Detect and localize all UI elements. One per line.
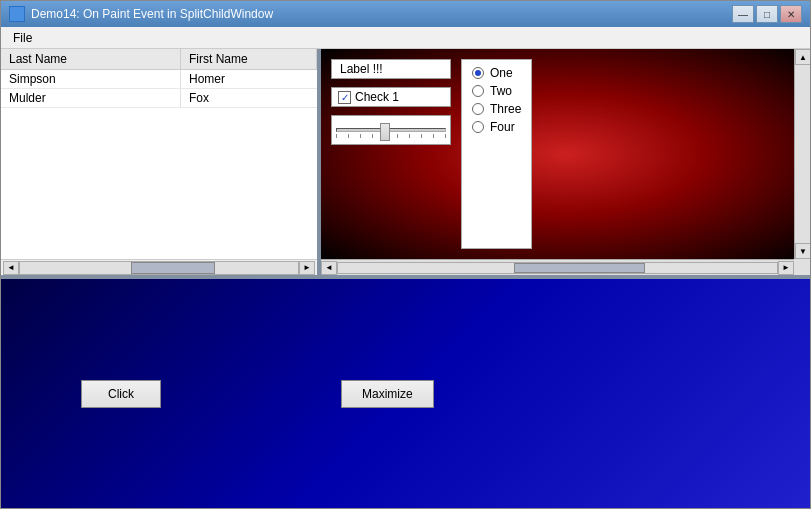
list-view: Last Name First Name Simpson Homer Mulde…: [1, 49, 317, 259]
radio-label-two: Two: [490, 84, 512, 98]
tick: [372, 134, 373, 138]
cell-firstname-1: Fox: [181, 89, 317, 107]
list-body: Simpson Homer Mulder Fox: [1, 70, 317, 108]
hscroll-left-button[interactable]: ◄: [321, 261, 337, 275]
hscroll-right-button[interactable]: ►: [778, 261, 794, 275]
vscroll-down-button[interactable]: ▼: [795, 243, 810, 259]
radio-item-three[interactable]: Three: [472, 102, 521, 116]
title-bar: Demo14: On Paint Event in SplitChildWind…: [1, 1, 810, 27]
right-hscrollbar-track[interactable]: [337, 262, 778, 274]
maximize-action-button[interactable]: Maximize: [341, 380, 434, 408]
checkbox-label: Check 1: [355, 90, 399, 104]
tick: [445, 134, 446, 138]
radio-circle-one[interactable]: [472, 67, 484, 79]
controls-area: Label !!! ✓ Check 1: [321, 49, 794, 259]
right-panel: Label !!! ✓ Check 1: [321, 49, 810, 275]
label-control: Label !!!: [331, 59, 451, 79]
checkbox-box[interactable]: ✓: [338, 91, 351, 104]
tick: [348, 134, 349, 138]
title-bar-left: Demo14: On Paint Event in SplitChildWind…: [9, 6, 273, 22]
radio-item-two[interactable]: Two: [472, 84, 521, 98]
radio-circle-two[interactable]: [472, 85, 484, 97]
radio-label-four: Four: [490, 120, 515, 134]
app-icon: [9, 6, 25, 22]
minimize-button[interactable]: —: [732, 5, 754, 23]
h-scrollbar-track[interactable]: [19, 261, 299, 275]
right-vscrollbar[interactable]: ▲ ▼: [794, 49, 810, 259]
radio-label-one: One: [490, 66, 513, 80]
main-window: Demo14: On Paint Event in SplitChildWind…: [0, 0, 811, 509]
main-content: Last Name First Name Simpson Homer Mulde…: [1, 49, 810, 508]
radio-circle-three[interactable]: [472, 103, 484, 115]
tick: [421, 134, 422, 138]
scrollbar-corner: [794, 259, 810, 275]
slider-track: [336, 128, 446, 132]
radio-label-three: Three: [490, 102, 521, 116]
col-header-lastname: Last Name: [1, 49, 181, 69]
left-panel: Last Name First Name Simpson Homer Mulde…: [1, 49, 321, 275]
h-scrollbar-thumb[interactable]: [131, 262, 214, 274]
slider-ticks: [336, 134, 446, 138]
scroll-right-button[interactable]: ►: [299, 261, 315, 275]
window-title: Demo14: On Paint Event in SplitChildWind…: [31, 7, 273, 21]
right-hscrollbar-thumb[interactable]: [514, 263, 646, 273]
right-hscrollbar[interactable]: ◄ ►: [321, 259, 794, 275]
col-header-firstname: First Name: [181, 49, 317, 69]
slider-control[interactable]: [331, 115, 451, 145]
tick: [409, 134, 410, 138]
checkbox-control[interactable]: ✓ Check 1: [331, 87, 451, 107]
top-split-area: Last Name First Name Simpson Homer Mulde…: [1, 49, 810, 279]
radio-circle-four[interactable]: [472, 121, 484, 133]
radio-item-four[interactable]: Four: [472, 120, 521, 134]
title-bar-controls: — □ ✕: [732, 5, 802, 23]
table-row[interactable]: Mulder Fox: [1, 89, 317, 108]
tick: [433, 134, 434, 138]
bottom-area: Click Maximize: [1, 279, 810, 508]
list-header: Last Name First Name: [1, 49, 317, 70]
tick: [397, 134, 398, 138]
menu-file[interactable]: File: [5, 29, 40, 47]
maximize-button[interactable]: □: [756, 5, 778, 23]
cell-lastname-1: Mulder: [1, 89, 181, 107]
radio-item-one[interactable]: One: [472, 66, 521, 80]
vscroll-up-button[interactable]: ▲: [795, 49, 810, 65]
table-row[interactable]: Simpson Homer: [1, 70, 317, 89]
cell-lastname-0: Simpson: [1, 70, 181, 88]
radio-group: One Two Three Four: [461, 59, 532, 249]
menu-bar: File: [1, 27, 810, 49]
slider-thumb[interactable]: [380, 123, 390, 141]
scroll-left-button[interactable]: ◄: [3, 261, 19, 275]
tick: [360, 134, 361, 138]
close-button[interactable]: ✕: [780, 5, 802, 23]
left-controls: Label !!! ✓ Check 1: [331, 59, 451, 249]
tick: [336, 134, 337, 138]
cell-firstname-0: Homer: [181, 70, 317, 88]
list-scrollbar: ◄ ►: [1, 259, 317, 275]
click-button[interactable]: Click: [81, 380, 161, 408]
